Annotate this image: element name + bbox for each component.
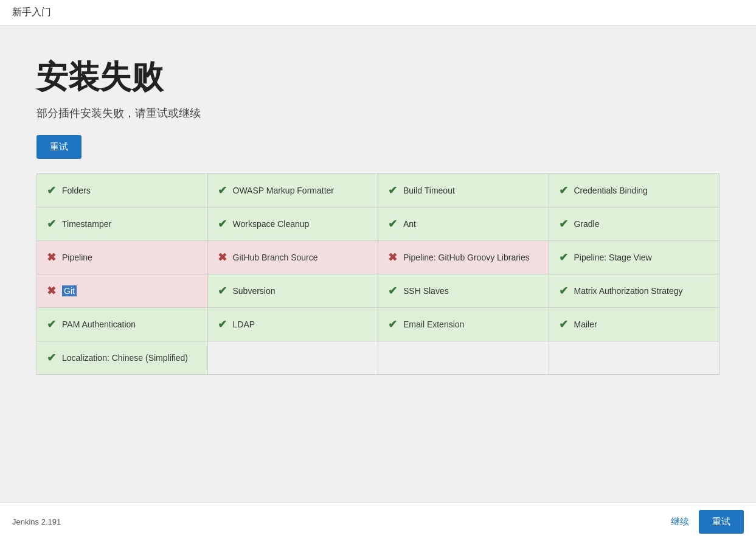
plugin-cell: ✖Pipeline: GitHub Groovy Libraries [378,241,549,274]
install-title: 安装失败 [36,56,720,99]
plugin-name: Subversion [233,286,276,296]
plugin-name: Folders [62,186,91,195]
plugin-cell: ✔SSH Slaves [378,274,549,307]
plugin-name: Timestamper [62,219,111,229]
plugin-name: Pipeline: GitHub Groovy Libraries [403,253,530,262]
footer: Jenkins 2.191 继续 重试 [0,502,756,541]
footer-right: 继续 重试 [671,510,744,534]
plugin-cell: ✔Email Extension [378,308,549,341]
plugin-cell: ✖GitHub Branch Source [208,241,378,274]
check-icon: ✔ [388,318,397,331]
check-icon: ✔ [388,284,397,298]
plugin-name: Matrix Authorization Strategy [574,286,683,296]
plugin-cell: ✖Pipeline [37,241,207,274]
check-icon: ✔ [47,318,56,331]
check-icon: ✔ [218,184,227,197]
cross-icon: ✖ [47,284,56,298]
plugin-name: Pipeline: Stage View [574,253,652,262]
check-icon: ✔ [47,217,56,231]
plugin-cell: ✔LDAP [208,308,378,341]
plugin-cell: ✔Gradle [549,208,720,240]
top-bar: 新手入门 [0,0,756,26]
check-icon: ✔ [559,251,568,264]
plugin-cell: ✔Build Timeout [378,174,549,207]
plugin-name: OWASP Markup Formatter [233,186,334,195]
continue-button[interactable]: 继续 [671,516,689,528]
plugins-grid: ✔Folders✔OWASP Markup Formatter✔Build Ti… [36,173,720,375]
check-icon: ✔ [47,351,56,365]
plugin-cell [378,341,549,374]
plugin-cell: ✔Pipeline: Stage View [549,241,720,274]
plugin-cell: ✔Matrix Authorization Strategy [549,274,720,307]
plugin-name: Build Timeout [403,186,455,195]
check-icon: ✔ [218,284,227,298]
plugin-cell: ✖Git [37,274,207,307]
check-icon: ✔ [218,318,227,331]
main-content: 安装失败 部分插件安装失败，请重试或继续 重试 ✔Folders✔OWASP M… [0,26,756,502]
check-icon: ✔ [47,184,56,197]
check-icon: ✔ [559,217,568,231]
retry-button-top[interactable]: 重试 [36,135,81,159]
plugin-cell: ✔Ant [378,208,549,240]
plugin-name: Gradle [574,219,600,229]
plugin-cell: ✔Workspace Cleanup [208,208,378,240]
cross-icon: ✖ [388,251,397,264]
plugin-name: LDAP [233,319,255,329]
cross-icon: ✖ [218,251,227,264]
plugin-name: Pipeline [62,253,92,262]
plugin-name: SSH Slaves [403,286,449,296]
cross-icon: ✖ [47,251,56,264]
plugin-name: Localization: Chinese (Simplified) [62,353,188,363]
plugin-name: Mailer [574,319,597,329]
plugin-cell: ✔Mailer [549,308,720,341]
plugin-name: Ant [403,219,416,229]
plugin-name: GitHub Branch Source [233,253,318,262]
plugin-cell: ✔Folders [37,174,207,207]
check-icon: ✔ [388,217,397,231]
plugin-name: Email Extension [403,319,464,329]
retry-button-bottom[interactable]: 重试 [699,510,744,534]
plugin-cell: ✔OWASP Markup Formatter [208,174,378,207]
check-icon: ✔ [559,318,568,331]
plugin-cell: ✔Credentials Binding [549,174,720,207]
top-bar-title: 新手入门 [12,7,51,17]
plugin-name: Workspace Cleanup [233,219,310,229]
plugin-cell [549,341,720,374]
plugin-cell [208,341,378,374]
plugin-name: Credentials Binding [574,186,648,195]
plugin-cell: ✔Subversion [208,274,378,307]
plugin-cell: ✔Timestamper [37,208,207,240]
plugin-cell: ✔PAM Authentication [37,308,207,341]
check-icon: ✔ [559,284,568,298]
footer-version: Jenkins 2.191 [12,517,61,526]
plugin-name: Git [62,285,77,296]
plugin-cell: ✔Localization: Chinese (Simplified) [37,341,207,374]
check-icon: ✔ [559,184,568,197]
install-subtitle: 部分插件安装失败，请重试或继续 [36,106,720,120]
check-icon: ✔ [218,217,227,231]
check-icon: ✔ [388,184,397,197]
plugin-name: PAM Authentication [62,319,136,329]
